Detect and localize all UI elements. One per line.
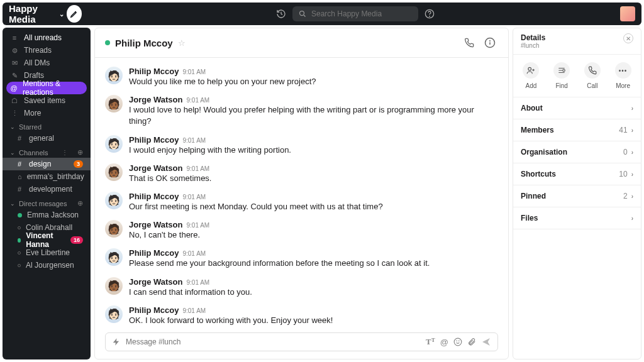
section-direct-messages[interactable]: ⌄Direct mesages⊕: [3, 195, 91, 209]
message-text: Our first meeting is next Monday. Could …: [129, 201, 383, 212]
message-text: That is OK sometimes.: [129, 173, 211, 184]
message-author[interactable]: Philip Mccoy: [129, 135, 179, 145]
nav-all-dms[interactable]: ✉All DMs: [3, 57, 91, 69]
dm-al-jourgensen[interactable]: Al Jourgensen: [3, 259, 91, 272]
phone-icon: [588, 66, 597, 75]
message-row: 🧑🏻Philip Mccoy9:01 AMWould you like me t…: [105, 63, 498, 91]
mention-button[interactable]: @: [440, 337, 448, 347]
emoji-button[interactable]: [453, 337, 462, 346]
dm-vincent-hanna[interactable]: Vincent Hanna16: [3, 234, 91, 246]
message-text: I can send that information to you.: [129, 287, 252, 298]
message-avatar[interactable]: 🧑🏾: [105, 220, 123, 238]
message-avatar[interactable]: 🧑🏾: [105, 277, 123, 295]
chevron-right-icon: ›: [631, 171, 633, 178]
unread-badge: 16: [70, 236, 83, 244]
details-row-pinned[interactable]: Pinned2›: [513, 185, 641, 207]
details-row-label: Members: [521, 126, 554, 134]
workspace-name: Happy Media: [9, 3, 57, 25]
close-button[interactable]: ✕: [623, 33, 633, 43]
search-box[interactable]: [292, 6, 418, 21]
message-text: No, I can't be there.: [129, 229, 209, 241]
details-row-about[interactable]: About›: [513, 97, 641, 119]
nav-mentions-reactions[interactable]: @Mentions & reactions: [6, 82, 87, 94]
message-author[interactable]: Jorge Watson: [129, 277, 182, 287]
nav-more[interactable]: ⋮More: [3, 107, 91, 119]
sidebar: ≡All unreads ⊜Threads ✉All DMs ✎Drafts @…: [3, 28, 91, 359]
dm-eve-libertine[interactable]: Eve Libertine: [3, 246, 91, 259]
message-author[interactable]: Philip Mccoy: [129, 67, 179, 76]
conversation-title[interactable]: Philip Mccoy: [115, 38, 173, 48]
hash-icon: #: [18, 160, 24, 168]
message-author[interactable]: Jorge Watson: [129, 163, 182, 173]
details-row-organisation[interactable]: Organisation0›: [513, 141, 641, 163]
history-button[interactable]: [276, 9, 286, 19]
message-author[interactable]: Jorge Watson: [129, 95, 182, 104]
star-button[interactable]: ☆: [178, 38, 186, 48]
presence-offline-icon: [18, 226, 21, 229]
details-action-add[interactable]: Add: [523, 62, 539, 89]
details-action-call[interactable]: Call: [584, 62, 601, 89]
help-button[interactable]: [425, 9, 435, 19]
details-title: Details: [521, 33, 545, 42]
details-row-shortcuts[interactable]: Shortcuts10›: [513, 163, 641, 185]
message-composer[interactable]: TT @: [105, 332, 498, 351]
workspace-switcher[interactable]: Happy Media ⌄: [3, 3, 91, 25]
call-button[interactable]: [462, 35, 477, 50]
nav-all-unreads[interactable]: ≡All unreads: [3, 31, 91, 44]
dm-emma-jackson[interactable]: Emma Jackson: [3, 209, 91, 221]
svg-point-9: [563, 69, 565, 72]
lightning-icon[interactable]: [112, 337, 121, 346]
chevron-right-icon: ›: [631, 127, 633, 134]
threads-icon: ⊜: [10, 47, 19, 55]
message-avatar[interactable]: 🧑🏻: [105, 305, 123, 323]
message-author[interactable]: Philip Mccoy: [129, 248, 179, 258]
compose-button[interactable]: [67, 5, 82, 23]
details-row-members[interactable]: Members41›: [513, 119, 641, 141]
details-row-files[interactable]: Files›: [513, 207, 641, 229]
attach-button[interactable]: [467, 337, 476, 346]
channel-emmas-birthday[interactable]: ⌂emma's_birthday: [3, 170, 91, 183]
section-channels[interactable]: ⌄Channels⋮ ⊕: [3, 145, 91, 158]
channel-development[interactable]: #development: [3, 183, 91, 195]
message-avatar[interactable]: 🧑🏻: [105, 192, 123, 209]
chevron-right-icon: ›: [631, 105, 633, 112]
nav-threads[interactable]: ⊜Threads: [3, 44, 91, 57]
message-avatar[interactable]: 🧑🏾: [105, 95, 123, 112]
presence-online-icon: [18, 213, 22, 217]
message-avatar[interactable]: 🧑🏾: [105, 163, 123, 181]
message-author[interactable]: Philip Mccoy: [129, 192, 179, 201]
info-button[interactable]: [482, 35, 498, 51]
details-panel: Details #lunch ✕ Add Find Call •••More A…: [513, 28, 641, 359]
message-avatar[interactable]: 🧑🏻: [105, 248, 123, 266]
message-list: 🧑🏻Philip Mccoy9:01 AMWould you like me t…: [95, 58, 508, 327]
chevron-right-icon: ›: [631, 149, 633, 156]
add-channel-icon[interactable]: ⊕: [77, 148, 83, 156]
search-input[interactable]: [311, 9, 412, 18]
details-action-more[interactable]: •••More: [615, 62, 631, 89]
send-button[interactable]: [481, 337, 491, 347]
message-avatar[interactable]: 🧑🏻: [105, 135, 123, 153]
details-action-find[interactable]: Find: [553, 62, 570, 89]
lock-icon: ⌂: [18, 173, 22, 180]
find-icon: [557, 66, 566, 75]
formatting-button[interactable]: TT: [426, 337, 435, 347]
svg-point-5: [454, 338, 462, 346]
section-starred[interactable]: ⌄Starred: [3, 119, 91, 132]
presence-offline-icon: [18, 264, 21, 267]
conversation-header: Philip Mccoy ☆: [95, 28, 508, 58]
message-avatar[interactable]: 🧑🏻: [105, 67, 123, 84]
channel-general[interactable]: #general: [3, 132, 91, 145]
message-author[interactable]: Philip Mccoy: [129, 305, 179, 315]
add-dm-icon[interactable]: ⊕: [77, 199, 83, 207]
more-icon[interactable]: ⋮: [62, 149, 68, 156]
composer-input[interactable]: [126, 337, 421, 346]
message-time: 9:01 AM: [182, 307, 206, 314]
message-time: 9:01 AM: [182, 69, 206, 75]
message-author[interactable]: Jorge Watson: [129, 220, 182, 229]
channel-design[interactable]: #design3: [3, 158, 91, 170]
svg-point-7: [458, 341, 459, 341]
details-row-label: Organisation: [521, 148, 567, 156]
user-avatar[interactable]: [620, 6, 635, 21]
message-time: 9:01 AM: [182, 250, 206, 257]
nav-saved-items[interactable]: ☖Saved items: [3, 94, 91, 107]
